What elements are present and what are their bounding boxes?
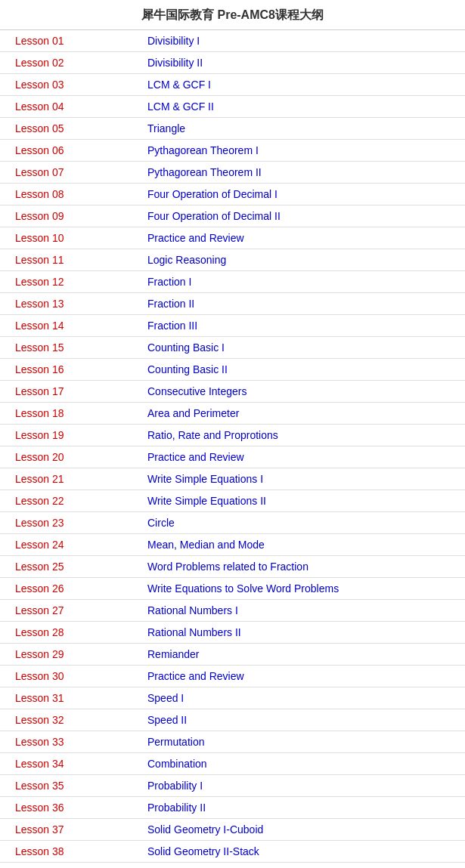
table-row: Lesson 35Probability I	[0, 775, 465, 797]
lesson-title: Divisibility II	[140, 52, 465, 74]
lesson-number: Lesson 18	[0, 403, 140, 425]
lesson-number: Lesson 12	[0, 271, 140, 293]
lesson-number: Lesson 27	[0, 600, 140, 622]
lesson-number: Lesson 34	[0, 753, 140, 775]
lesson-title: Four Operation of Decimal I	[140, 184, 465, 205]
lesson-title: Rational Numbers I	[140, 600, 465, 622]
lesson-number: Lesson 13	[0, 293, 140, 315]
lesson-title: Write Simple Equations II	[140, 490, 465, 512]
lesson-number: Lesson 26	[0, 578, 140, 600]
lesson-title: Write Equations to Solve Word Problems	[140, 578, 465, 600]
table-row: Lesson 32Speed II	[0, 709, 465, 731]
lesson-number: Lesson 19	[0, 425, 140, 446]
table-row: Lesson 14Fraction III	[0, 315, 465, 337]
lesson-number: Lesson 33	[0, 731, 140, 753]
page-title: 犀牛国际教育 Pre-AMC8课程大纲	[0, 0, 465, 30]
table-row: Lesson 16Counting Basic II	[0, 359, 465, 381]
table-row: Lesson 38Solid Geometry II-Stack	[0, 841, 465, 863]
lesson-title: Practice and Review	[140, 446, 465, 468]
table-row: Lesson 26Write Equations to Solve Word P…	[0, 578, 465, 600]
table-row: Lesson 22Write Simple Equations II	[0, 490, 465, 512]
table-row: Lesson 05Triangle	[0, 118, 465, 140]
lesson-title: Solid Geometry II-Stack	[140, 841, 465, 863]
lesson-title: Fraction II	[140, 293, 465, 315]
table-row: Lesson 09Four Operation of Decimal II	[0, 205, 465, 227]
lesson-number: Lesson 37	[0, 819, 140, 841]
lesson-number: Lesson 31	[0, 687, 140, 709]
lesson-title: Permutation	[140, 731, 465, 753]
lesson-number: Lesson 30	[0, 666, 140, 687]
table-row: Lesson 15Counting Basic I	[0, 337, 465, 359]
lesson-number: Lesson 05	[0, 118, 140, 140]
lesson-title: LCM & GCF II	[140, 96, 465, 118]
table-row: Lesson 18Area and Perimeter	[0, 403, 465, 425]
lesson-title: Triangle	[140, 118, 465, 140]
lesson-number: Lesson 04	[0, 96, 140, 118]
lesson-number: Lesson 29	[0, 644, 140, 666]
lesson-title: Mean, Median and Mode	[140, 534, 465, 556]
lesson-number: Lesson 36	[0, 797, 140, 819]
lesson-title: Rational Numbers II	[140, 622, 465, 644]
table-row: Lesson 04LCM & GCF II	[0, 96, 465, 118]
lesson-title: Word Problems related to Fraction	[140, 556, 465, 578]
lesson-number: Lesson 16	[0, 359, 140, 381]
lesson-title: Probability I	[140, 775, 465, 797]
table-row: Lesson 36Probability II	[0, 797, 465, 819]
lesson-title: Probability II	[140, 797, 465, 819]
lesson-number: Lesson 35	[0, 775, 140, 797]
lesson-title: Practice and Review	[140, 227, 465, 249]
table-row: Lesson 31Speed I	[0, 687, 465, 709]
lesson-number: Lesson 10	[0, 227, 140, 249]
table-row: Lesson 33Permutation	[0, 731, 465, 753]
lesson-title: Consecutive Integers	[140, 381, 465, 403]
lesson-number: Lesson 11	[0, 249, 140, 271]
table-row: Lesson 27Rational Numbers I	[0, 600, 465, 622]
lesson-number: Lesson 24	[0, 534, 140, 556]
lesson-title: Remiander	[140, 644, 465, 666]
table-row: Lesson 28Rational Numbers II	[0, 622, 465, 644]
lesson-title: Speed II	[140, 709, 465, 731]
lesson-title: LCM & GCF I	[140, 74, 465, 96]
table-row: Lesson 37Solid Geometry I-Cuboid	[0, 819, 465, 841]
table-row: Lesson 11Logic Reasoning	[0, 249, 465, 271]
lesson-number: Lesson 38	[0, 841, 140, 863]
lesson-number: Lesson 20	[0, 446, 140, 468]
lesson-number: Lesson 28	[0, 622, 140, 644]
lesson-number: Lesson 17	[0, 381, 140, 403]
table-row: Lesson 29Remiander	[0, 644, 465, 666]
lesson-number: Lesson 02	[0, 52, 140, 74]
lesson-number: Lesson 08	[0, 184, 140, 205]
table-row: Lesson 01Divisibility I	[0, 30, 465, 52]
lesson-number: Lesson 22	[0, 490, 140, 512]
lesson-title: Fraction I	[140, 271, 465, 293]
table-row: Lesson 21Write Simple Equations I	[0, 468, 465, 490]
table-row: Lesson 12Fraction I	[0, 271, 465, 293]
table-row: Lesson 34Combination	[0, 753, 465, 775]
lesson-number: Lesson 32	[0, 709, 140, 731]
table-row: Lesson 17Consecutive Integers	[0, 381, 465, 403]
table-row: Lesson 06Pythagorean Theorem I	[0, 140, 465, 162]
lesson-title: Ratio, Rate and Proprotions	[140, 425, 465, 446]
table-row: Lesson 03LCM & GCF I	[0, 74, 465, 96]
lesson-title: Combination	[140, 753, 465, 775]
lesson-number: Lesson 39	[0, 863, 140, 869]
lesson-title: Logic Reasoning	[140, 249, 465, 271]
table-row: Lesson 07Pythagorean Theorem II	[0, 162, 465, 184]
lesson-title: Fraction III	[140, 315, 465, 337]
lesson-number: Lesson 07	[0, 162, 140, 184]
lesson-number: Lesson 01	[0, 30, 140, 52]
table-row: Lesson 20Practice and Review	[0, 446, 465, 468]
lesson-number: Lesson 06	[0, 140, 140, 162]
table-row: Lesson 19Ratio, Rate and Proprotions	[0, 425, 465, 446]
lesson-title: Four Operation of Decimal II	[140, 205, 465, 227]
lesson-title: Practice and Review	[140, 666, 465, 687]
lesson-number: Lesson 25	[0, 556, 140, 578]
lesson-title: Solid Geometry I-Cuboid	[140, 819, 465, 841]
lesson-title: Solid Geometry III-Cylinder and Cone	[140, 863, 465, 869]
table-row: Lesson 23Circle	[0, 512, 465, 534]
lesson-title: Counting Basic I	[140, 337, 465, 359]
table-row: Lesson 24Mean, Median and Mode	[0, 534, 465, 556]
lesson-title: Pythagorean Theorem I	[140, 140, 465, 162]
lesson-number: Lesson 23	[0, 512, 140, 534]
lesson-number: Lesson 14	[0, 315, 140, 337]
